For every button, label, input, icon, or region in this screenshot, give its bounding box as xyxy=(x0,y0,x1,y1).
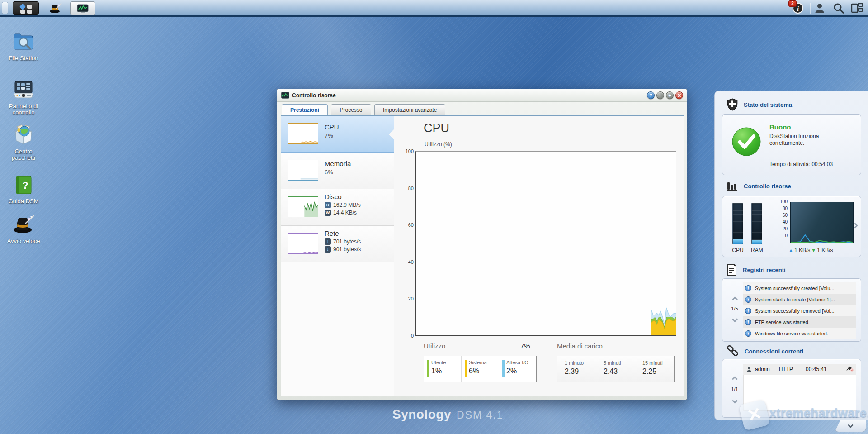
load-average-panel: 1 minuto 2.39 5 minuti 2.43 15 minuti 2.… xyxy=(557,356,675,382)
cpu-detail-pane: CPU Utilizzo (%) 100 80 60 40 20 0 Utili… xyxy=(395,116,684,396)
connections-page-down[interactable] xyxy=(727,396,742,405)
control-panel-icon xyxy=(12,80,35,101)
usage-panel-label: Utilizzo xyxy=(424,342,445,350)
mini-tick-20: 20 xyxy=(776,226,788,231)
notifications-button[interactable]: i 2 xyxy=(792,2,807,15)
load-5min: 5 minuti 2.43 xyxy=(596,356,635,382)
download-arrow-icon: ↓ xyxy=(325,246,331,253)
search-button[interactable] xyxy=(833,2,845,15)
pilot-view-button[interactable] xyxy=(851,2,863,15)
mini-tick-40: 40 xyxy=(776,219,788,224)
connection-user: admin xyxy=(755,366,770,372)
info-icon: i xyxy=(745,296,751,303)
shield-icon xyxy=(726,98,738,111)
memory-sparkline-thumbnail xyxy=(288,160,318,181)
tab-prestazioni[interactable]: Prestazioni xyxy=(282,104,328,115)
metric-item-rete[interactable]: Rete ↑ 701 bytes/s ↓ 901 bytes/s xyxy=(281,226,394,262)
ram-gauge-fill xyxy=(752,240,762,244)
disk-write-badge: W xyxy=(325,210,331,216)
show-desktop-button[interactable] xyxy=(2,2,8,14)
window-close-button[interactable]: ✕ xyxy=(675,91,683,99)
tab-processo[interactable]: Processo xyxy=(331,104,371,115)
window-titlebar[interactable]: Controllo risorse ? + ✕ xyxy=(277,89,687,102)
metric-name: Memoria xyxy=(325,160,392,167)
chevron-down-icon xyxy=(848,422,854,428)
window-minimize-button[interactable] xyxy=(656,91,664,99)
load-label: 15 minuti xyxy=(642,360,674,366)
desktop-icon-label: Avvio veloce xyxy=(3,238,44,244)
system-health-card: Buono DiskStation funziona correttamente… xyxy=(722,114,861,175)
load-1min: 1 minuto 2.39 xyxy=(557,356,596,382)
pilot-view-icon xyxy=(851,2,863,14)
section-title: Connessioni correnti xyxy=(745,348,803,355)
legend-label: Utente xyxy=(431,360,461,365)
connection-row[interactable]: admin HTTP 00:45:41 xyxy=(743,364,856,375)
main-menu-button[interactable] xyxy=(13,1,39,15)
desktop-icon-quick-start[interactable]: Avvio veloce xyxy=(3,214,44,244)
connections-page-up[interactable] xyxy=(727,375,742,383)
cpu-gauge-fill xyxy=(733,239,743,244)
metric-item-cpu[interactable]: CPU 7% xyxy=(281,116,394,153)
upload-arrow-icon: ↑ xyxy=(325,238,331,245)
cpu-sparkline-thumbnail xyxy=(288,123,318,144)
log-row[interactable]: i System starts to create [Volume 1]... xyxy=(743,294,856,305)
legend-value: 2% xyxy=(506,367,536,375)
logs-page-down[interactable] xyxy=(727,315,742,323)
tab-impostazioni-avanzate[interactable]: Impostazioni avanzate xyxy=(374,104,445,115)
person-icon xyxy=(746,366,752,372)
log-row[interactable]: i System successfully removed [Vol... xyxy=(743,305,856,316)
status-ok-icon xyxy=(731,127,761,157)
metric-value: 7% xyxy=(325,132,392,139)
legend-value: 6% xyxy=(469,367,499,375)
load-panel-label: Media di carico xyxy=(557,342,603,350)
log-text: System successfully created [Volu... xyxy=(755,286,834,291)
sidebar-collapse-tab[interactable] xyxy=(835,420,866,432)
notification-badge: 2 xyxy=(788,0,797,7)
desktop: i 2 xyxy=(0,0,868,434)
system-widget-panel: Stato del sistema Buono DiskStation funz… xyxy=(714,91,868,420)
cpu-gauge xyxy=(732,203,743,244)
desktop-icon-package-center[interactable]: Centro pacchetti xyxy=(3,124,44,161)
section-title: Stato del sistema xyxy=(744,101,792,108)
resource-monitor-card[interactable]: CPU RAM 100 80 60 40 20 0 ▲ 1 KB/s ▼ 1 K… xyxy=(722,196,861,257)
info-icon: i xyxy=(745,319,751,325)
metric-item-disco[interactable]: Disco R 162.9 MB/s W 14.4 KB/s xyxy=(281,189,394,226)
info-icon: i xyxy=(745,285,751,291)
recent-logs-header: Registri recenti xyxy=(726,264,786,276)
y-tick-80: 80 xyxy=(397,186,414,191)
connection-protocol: HTTP xyxy=(779,366,793,372)
selected-item-notch xyxy=(389,129,395,140)
performance-panel: CPU 7% Memoria 6% Disco xyxy=(281,115,684,396)
info-icon: i xyxy=(745,330,751,337)
network-mini-chart xyxy=(790,202,854,243)
taskbar-active-app-resource-monitor[interactable] xyxy=(70,1,95,15)
log-row[interactable]: i System successfully created [Volu... xyxy=(743,282,856,294)
logs-page-up[interactable] xyxy=(727,295,742,303)
desktop-icon-control-panel[interactable]: Pannello di controllo xyxy=(3,80,44,116)
mini-tick-100: 100 xyxy=(776,199,788,204)
cpu-utilization-chart xyxy=(415,151,676,336)
network-speed-readout: ▲ 1 KB/s ▼ 1 KB/s xyxy=(788,247,833,253)
user-menu-button[interactable] xyxy=(814,2,826,15)
window-help-button[interactable]: ? xyxy=(647,91,655,99)
disconnect-icon[interactable] xyxy=(846,366,854,373)
y-tick-0: 0 xyxy=(397,333,414,339)
legend-utente: Utente 1% xyxy=(424,356,461,382)
window-title: Controllo risorse xyxy=(292,92,336,99)
log-row[interactable]: i FTP service was started. xyxy=(743,316,856,328)
search-icon xyxy=(833,2,844,14)
cpu-gauge-label: CPU xyxy=(732,247,744,253)
metric-item-memoria[interactable]: Memoria 6% xyxy=(281,153,394,189)
desktop-icon-file-station[interactable]: File Station xyxy=(3,32,44,62)
quick-launch-taskbar-button[interactable] xyxy=(47,1,65,15)
dsm-version-text: DSM 4.1 xyxy=(457,409,503,421)
connections-header: Connessioni correnti xyxy=(726,345,803,357)
info-icon: i xyxy=(745,308,751,314)
desktop-icon-label: Guida DSM xyxy=(3,198,44,205)
log-row[interactable]: i Windows file service was started. xyxy=(743,328,856,339)
connections-empty-area xyxy=(743,375,856,411)
desktop-icon-dsm-help[interactable]: ? Guida DSM xyxy=(3,176,44,205)
window-maximize-button[interactable]: + xyxy=(666,91,674,99)
sistema-color-swatch xyxy=(465,360,467,377)
mini-tick-80: 80 xyxy=(776,206,788,211)
